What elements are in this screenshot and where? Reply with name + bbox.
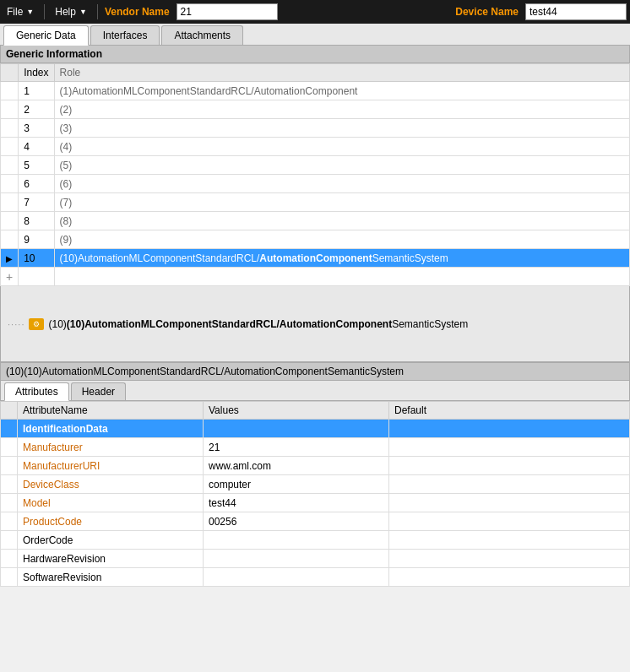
- table-row[interactable]: ▶10(10)AutomationMLComponentStandardRCL/…: [1, 249, 630, 268]
- index-cell: 1: [19, 82, 54, 100]
- attr-default-cell: [389, 438, 630, 457]
- vendor-name-input[interactable]: [177, 3, 278, 20]
- file-chevron: ▼: [26, 8, 34, 16]
- topbar: File ▼ Help ▼ Vendor Name Device Name: [0, 0, 630, 24]
- file-label: File: [7, 6, 23, 18]
- generic-data-table: Index Role 1(1)AutomationMLComponentStan…: [0, 63, 630, 286]
- middle-text: (10)(10)AutomationMLComponentStandardRCL…: [49, 318, 469, 330]
- index-cell: 4: [19, 138, 54, 156]
- index-cell: 9: [19, 230, 54, 249]
- attr-row[interactable]: OrderCode: [1, 531, 630, 550]
- attr-th-default: Default: [389, 402, 630, 420]
- role-cell: (8): [54, 212, 629, 230]
- attr-table: AttributeName Values Default Identificat…: [0, 401, 630, 587]
- th-expand: [1, 64, 19, 82]
- role-cell: (10)AutomationMLComponentStandardRCL/Aut…: [54, 249, 629, 268]
- attr-expand-cell: [1, 457, 18, 475]
- attr-value-cell: [204, 550, 389, 568]
- new-row-expand: +: [1, 268, 19, 286]
- help-chevron: ▼: [79, 8, 87, 16]
- file-menu[interactable]: File ▼: [3, 4, 37, 19]
- attr-name-cell: Model: [18, 494, 204, 512]
- attr-name-cell: HardwareRevision: [18, 550, 204, 568]
- attr-expand-cell: [1, 550, 18, 568]
- attr-default-cell: [389, 494, 630, 512]
- attr-row[interactable]: HardwareRevision: [1, 550, 630, 568]
- expand-cell: [1, 156, 19, 175]
- new-row-role: [54, 268, 629, 286]
- attr-value-cell: 00256: [204, 512, 389, 531]
- attr-th-values: Values: [204, 402, 389, 420]
- expand-cell: [1, 82, 19, 100]
- tab-interfaces[interactable]: Interfaces: [90, 25, 160, 45]
- table-row[interactable]: 9(9): [1, 230, 630, 249]
- attr-row[interactable]: Manufacturer21: [1, 438, 630, 457]
- attr-default-cell: [389, 531, 630, 550]
- attr-expand-cell: [1, 475, 18, 494]
- sep1: [44, 4, 45, 19]
- attr-expand-cell: [1, 568, 18, 587]
- table-row[interactable]: 5(5): [1, 156, 630, 175]
- attr-row[interactable]: DeviceClasscomputer: [1, 475, 630, 494]
- attr-expand-cell: [1, 531, 18, 550]
- attr-name-cell: Manufacturer: [18, 438, 204, 457]
- role-cell: (1)AutomationMLComponentStandardRCL/Auto…: [54, 82, 629, 100]
- device-name-input[interactable]: [525, 3, 627, 20]
- middle-item: · · · · · ⚙ (10)(10)AutomationMLComponen…: [8, 318, 468, 330]
- table-row[interactable]: 3(3): [1, 119, 630, 138]
- table-row[interactable]: 6(6): [1, 175, 630, 193]
- middle-text-bold: (10)AutomationMLComponentStandardRCL/Aut…: [67, 318, 392, 330]
- index-cell: 5: [19, 156, 54, 175]
- expand-arrow[interactable]: ▶: [6, 254, 13, 263]
- role-cell: (7): [54, 193, 629, 212]
- tab-header[interactable]: Header: [71, 382, 126, 400]
- device-name-label: Device Name: [455, 6, 519, 18]
- tab-generic-data[interactable]: Generic Data: [3, 25, 89, 46]
- sep2: [97, 4, 98, 19]
- attr-name-cell: DeviceClass: [18, 475, 204, 494]
- expand-cell: [1, 100, 19, 119]
- index-cell: 8: [19, 212, 54, 230]
- expand-cell: [1, 138, 19, 156]
- attr-row[interactable]: ManufacturerURIwww.aml.com: [1, 457, 630, 475]
- attr-default-cell: [389, 512, 630, 531]
- expand-cell: [1, 193, 19, 212]
- index-cell: 3: [19, 119, 54, 138]
- help-label: Help: [55, 6, 76, 18]
- role-cell: (4): [54, 138, 629, 156]
- attr-row[interactable]: ProductCode00256: [1, 512, 630, 531]
- attr-expand-cell: [1, 494, 18, 512]
- attr-tabs: Attributes Header: [0, 381, 630, 401]
- role-cell: (6): [54, 175, 629, 193]
- tab-attributes[interactable]: Attributes: [4, 382, 69, 401]
- help-menu[interactable]: Help ▼: [52, 4, 90, 19]
- attr-value-cell: 21: [204, 438, 389, 457]
- table-row[interactable]: 1(1)AutomationMLComponentStandardRCL/Aut…: [1, 82, 630, 100]
- table-row[interactable]: 2(2): [1, 100, 630, 119]
- attr-expand-cell: [1, 420, 18, 438]
- index-cell: 2: [19, 100, 54, 119]
- vendor-name-label: Vendor Name: [105, 6, 170, 18]
- table-row[interactable]: 7(7): [1, 193, 630, 212]
- table-row[interactable]: 4(4): [1, 138, 630, 156]
- table-row[interactable]: 8(8): [1, 212, 630, 230]
- expand-cell: [1, 175, 19, 193]
- attr-default-cell: [389, 420, 630, 438]
- attr-row[interactable]: Modeltest44: [1, 494, 630, 512]
- tab-attachments[interactable]: Attachments: [161, 25, 243, 45]
- new-row: +: [1, 268, 630, 286]
- expand-cell: [1, 119, 19, 138]
- attr-value-cell: test44: [204, 494, 389, 512]
- th-role: Role: [54, 64, 629, 82]
- attr-row[interactable]: IdentificationData: [1, 420, 630, 438]
- attr-default-cell: [389, 475, 630, 494]
- attr-value-cell: [204, 420, 389, 438]
- dotted-line: · · · · ·: [8, 319, 24, 329]
- expand-cell: ▶: [1, 249, 19, 268]
- index-cell: 10: [19, 249, 54, 268]
- attr-row[interactable]: SoftwareRevision: [1, 568, 630, 587]
- th-index: Index: [19, 64, 54, 82]
- attr-default-cell: [389, 457, 630, 475]
- role-cell: (9): [54, 230, 629, 249]
- link-icon: ⚙: [29, 318, 44, 330]
